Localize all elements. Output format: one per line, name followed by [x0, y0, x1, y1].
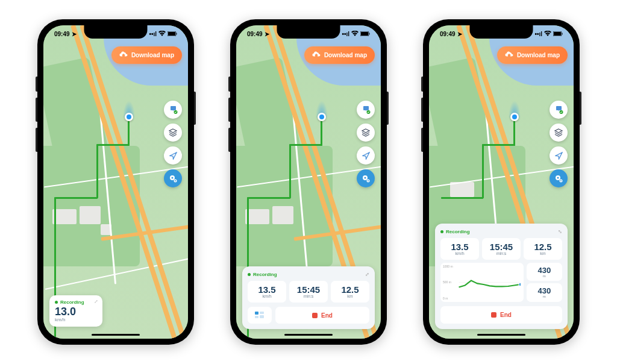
- map-side-controls: [357, 101, 375, 187]
- battery-icon: [360, 31, 370, 37]
- home-indicator[interactable]: [92, 334, 140, 336]
- svg-point-13: [365, 177, 366, 179]
- phone-mockup-large: 09:49 ➤ ••ıl D: [423, 19, 580, 345]
- recording-panel-minimal[interactable]: ⤢ Recording 13.0 km/h: [49, 295, 102, 327]
- svg-rect-1: [168, 32, 175, 36]
- view-mode-button[interactable]: [248, 307, 272, 324]
- layers-button[interactable]: [357, 124, 375, 142]
- recording-panel-large[interactable]: Recording ⤡ 13.5 km/h 15:45 min:s 12.5 k…: [435, 224, 568, 329]
- expand-icon[interactable]: ⤢: [94, 299, 98, 304]
- stop-icon: [491, 312, 496, 318]
- record-settings-button[interactable]: [550, 169, 568, 187]
- layers-button[interactable]: [164, 124, 182, 142]
- speed-stat: 13.5 km/h: [440, 238, 479, 260]
- svg-point-29: [519, 283, 521, 286]
- svg-rect-16: [255, 312, 258, 315]
- svg-point-5: [172, 177, 174, 179]
- elevation-gain-stat: 430 m: [527, 263, 562, 281]
- recording-dot-icon: [55, 301, 58, 304]
- recording-status: Recording: [55, 300, 97, 305]
- map-side-controls: [164, 101, 182, 187]
- wifi-icon: [544, 31, 551, 37]
- wifi-icon: [351, 31, 359, 37]
- poi-check-button[interactable]: [164, 101, 182, 119]
- home-indicator[interactable]: [284, 334, 333, 336]
- svg-rect-18: [255, 316, 258, 318]
- recording-dot-icon: [440, 230, 443, 233]
- distance-stat: 12.5 km: [331, 281, 369, 303]
- location-icon: ➤: [265, 31, 269, 37]
- collapse-icon[interactable]: ⤡: [558, 229, 562, 234]
- location-icon: ➤: [457, 31, 462, 37]
- signal-icon: ••ıl: [342, 31, 349, 37]
- cloud-download-icon: [312, 51, 321, 59]
- phone-mockup-medium: 09:49 ➤ ••ıl: [230, 19, 387, 345]
- svg-rect-2: [177, 33, 177, 34]
- layers-button[interactable]: [550, 124, 568, 142]
- record-settings-button[interactable]: [357, 169, 375, 187]
- locate-button[interactable]: [550, 146, 568, 165]
- signal-icon: ••ıl: [534, 31, 542, 37]
- speed-stat: 13.5 km/h: [248, 281, 286, 303]
- end-recording-button[interactable]: End: [440, 306, 562, 324]
- notch: [84, 25, 148, 39]
- cloud-download-icon: [505, 51, 513, 59]
- elevation-current-stat: 430 m: [527, 283, 562, 302]
- stop-icon: [312, 313, 318, 318]
- locate-button[interactable]: [357, 146, 375, 165]
- svg-rect-22: [562, 33, 563, 34]
- svg-rect-19: [260, 315, 264, 318]
- expand-icon[interactable]: ⤢: [365, 272, 369, 277]
- status-time: 09:49: [54, 31, 70, 37]
- download-map-button[interactable]: Download map: [497, 46, 568, 64]
- distance-stat: 12.5 km: [524, 238, 562, 260]
- speed-unit: km/h: [55, 317, 97, 322]
- status-time: 09:49: [440, 31, 456, 37]
- notch: [470, 25, 533, 39]
- time-stat: 15:45 min:s: [482, 238, 521, 260]
- home-indicator[interactable]: [477, 334, 525, 336]
- map-side-controls: [550, 101, 568, 187]
- user-location-dot: [318, 113, 326, 121]
- poi-check-button[interactable]: [357, 101, 375, 119]
- download-map-button[interactable]: Download map: [304, 46, 375, 64]
- speed-value: 13.0: [55, 306, 97, 317]
- signal-icon: ••ıl: [149, 31, 157, 37]
- recording-status: Recording ⤢: [248, 272, 369, 277]
- svg-point-7: [175, 180, 176, 181]
- svg-rect-9: [361, 32, 368, 36]
- user-location-dot: [510, 113, 519, 121]
- wifi-icon: [158, 31, 166, 37]
- record-settings-button[interactable]: [164, 169, 182, 187]
- poi-check-button[interactable]: [550, 101, 568, 119]
- svg-rect-21: [554, 32, 561, 36]
- svg-rect-17: [260, 312, 264, 314]
- end-recording-button[interactable]: End: [275, 307, 369, 324]
- location-icon: ➤: [72, 31, 77, 37]
- recording-panel-medium[interactable]: Recording ⤢ 13.5 km/h 15:45 min:s 12.5 k…: [242, 266, 375, 329]
- locate-button[interactable]: [164, 146, 182, 165]
- svg-rect-10: [369, 33, 370, 34]
- cloud-download-icon: [119, 51, 128, 59]
- download-map-button[interactable]: Download map: [111, 46, 182, 64]
- recording-dot-icon: [248, 273, 251, 276]
- user-location-dot: [125, 113, 133, 121]
- status-time: 09:49: [247, 31, 263, 37]
- svg-point-25: [557, 177, 559, 179]
- notch: [277, 25, 340, 39]
- svg-point-15: [368, 180, 369, 181]
- elevation-chart[interactable]: 1000 m 500 m 0 m: [440, 263, 524, 302]
- battery-icon: [168, 31, 177, 37]
- battery-icon: [553, 31, 563, 37]
- phone-mockup-minimal: 09:49 ➤ ••ıl: [37, 19, 194, 345]
- svg-point-27: [560, 180, 562, 181]
- recording-status: Recording ⤡: [440, 229, 562, 234]
- time-stat: 15:45 min:s: [289, 281, 328, 303]
